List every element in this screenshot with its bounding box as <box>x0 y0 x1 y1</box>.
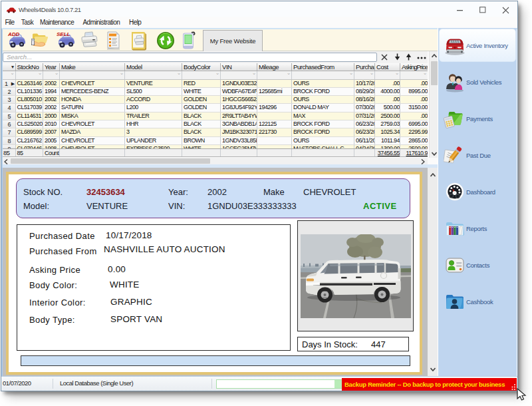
svg-text:SELL: SELL <box>57 31 70 37</box>
svg-text:ADD: ADD <box>7 31 20 37</box>
